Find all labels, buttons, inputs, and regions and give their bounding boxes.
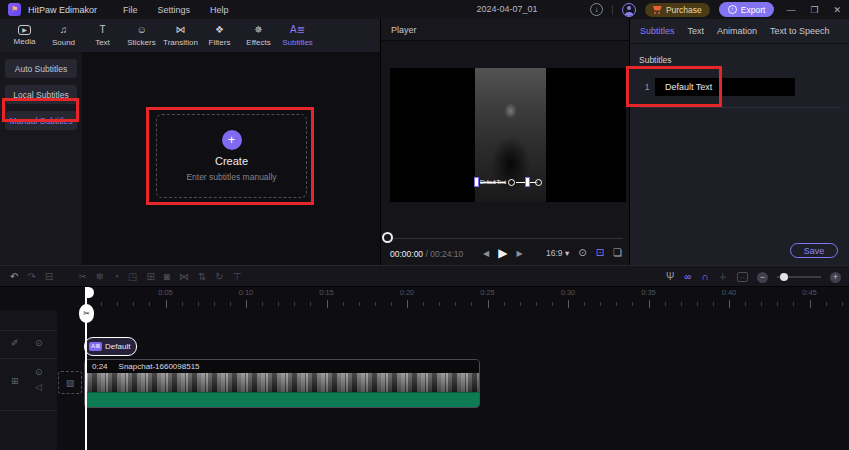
- ruler-tick: [842, 302, 843, 306]
- ribbon-tabs: ▶Media♫SoundTText☺Stickers⋈Transition❖Fi…: [0, 19, 380, 52]
- copy-icon[interactable]: ⊞: [146, 272, 154, 282]
- add-media-button[interactable]: ▧: [58, 371, 82, 394]
- rotate-handle[interactable]: [535, 179, 542, 186]
- video-track-icon: ⊞: [11, 377, 19, 386]
- flip-vertical-icon[interactable]: ⇅: [198, 272, 206, 282]
- resize-handle-right[interactable]: [525, 177, 530, 187]
- app-window: ⚑ HitPaw Edimakor FileSettingsHelp 2024-…: [0, 0, 849, 450]
- video-clip-audio-waveform: [85, 392, 479, 408]
- subtitle-overlay-text[interactable]: Default Text: [480, 179, 506, 185]
- export-button[interactable]: ↑ Export: [719, 2, 775, 17]
- sidebar-item-local-subtitles[interactable]: Local Subtitles: [5, 85, 77, 104]
- rotate-icon[interactable]: ↻: [215, 272, 223, 282]
- center-handle[interactable]: [508, 179, 515, 186]
- player-scrubber-track[interactable]: [391, 238, 623, 239]
- tab-subtitles[interactable]: Subtitles: [640, 26, 675, 36]
- save-button[interactable]: Save: [790, 243, 838, 258]
- freeze-icon[interactable]: ❄: [96, 272, 104, 282]
- video-clip-duration: 0:24: [92, 362, 108, 371]
- subtitle-text-input[interactable]: Default Text: [655, 78, 795, 96]
- zoom-slider-knob[interactable]: [780, 273, 788, 281]
- ribbon-tab-sound[interactable]: ♫Sound: [44, 19, 83, 52]
- close-button[interactable]: ✕: [830, 5, 844, 15]
- pin-icon[interactable]: ✐: [11, 339, 19, 348]
- subtitles-icon: A≣: [290, 24, 305, 36]
- redo-icon[interactable]: ↷: [27, 272, 35, 282]
- video-track-mute-icon[interactable]: ◁: [35, 383, 42, 392]
- account-button[interactable]: [622, 3, 636, 17]
- zoom-in-button[interactable]: +: [830, 272, 841, 283]
- ruler-label: 0:30: [561, 288, 576, 297]
- create-subtitles-button[interactable]: + Create Enter subtitles manually: [156, 114, 307, 198]
- ribbon-tab-filters[interactable]: ❖Filters: [200, 19, 239, 52]
- minimize-button[interactable]: —: [783, 5, 798, 15]
- split-icon[interactable]: ✂: [78, 272, 86, 282]
- play-button[interactable]: ▶: [498, 246, 507, 260]
- ruler-tick: [166, 300, 167, 308]
- delete-icon[interactable]: ⊟: [45, 272, 53, 282]
- subtitle-clip[interactable]: A≣ Default: [84, 337, 137, 356]
- ribbon-tab-label: Stickers: [127, 38, 155, 47]
- record-voiceover-icon[interactable]: Ψ: [666, 272, 674, 282]
- ruler-label: 0:40: [722, 288, 737, 297]
- snap-playhead-icon[interactable]: ∔: [719, 272, 727, 282]
- frame-crop-icon[interactable]: ⊡: [596, 248, 604, 258]
- menu-file[interactable]: File: [123, 5, 138, 15]
- zoom-out-button[interactable]: −: [757, 272, 768, 283]
- text-tool-icon[interactable]: ⊤: [233, 272, 242, 282]
- tab-animation[interactable]: Animation: [717, 26, 757, 36]
- ruler-tick: [230, 302, 231, 306]
- ribbon-tab-stickers[interactable]: ☺Stickers: [122, 19, 161, 52]
- mirror-icon[interactable]: ⋈: [179, 272, 189, 282]
- fullscreen-icon[interactable]: ❏: [613, 248, 622, 258]
- sidebar-item-manual-subtitles[interactable]: Manual Subtitles: [5, 111, 77, 130]
- ruler-label: 0:10: [239, 288, 254, 297]
- ribbon-tab-transition[interactable]: ⋈Transition: [161, 19, 200, 52]
- ruler-tick: [375, 302, 376, 306]
- magnet-snap-icon[interactable]: ∩: [701, 272, 708, 282]
- ruler-tick: [793, 302, 794, 306]
- video-preview[interactable]: Default Text: [390, 68, 626, 202]
- ribbon-tab-label: Subtitles: [282, 38, 313, 47]
- download-button[interactable]: ↓: [590, 3, 603, 16]
- resize-handle-left[interactable]: [474, 177, 479, 187]
- crop-icon[interactable]: ◳: [128, 272, 137, 282]
- undo-icon[interactable]: ↶: [10, 272, 18, 282]
- menu-settings[interactable]: Settings: [158, 5, 191, 15]
- aspect-ratio-dropdown[interactable]: 16:9 ▾: [546, 248, 569, 258]
- video-clip[interactable]: 0:24 Snapchat-1660098515: [84, 359, 480, 408]
- subtitles-section-label: Subtitles: [639, 55, 672, 65]
- ribbon-tab-subtitles[interactable]: A≣Subtitles: [278, 19, 317, 52]
- ruler-tick: [616, 302, 617, 306]
- snapshot-icon[interactable]: ⊙: [578, 248, 586, 258]
- timeline-ruler[interactable]: 0:050:100:150:200:250:300:350:400:45: [0, 287, 849, 310]
- next-frame-button[interactable]: ▶: [516, 249, 522, 258]
- tab-text-to-speech[interactable]: Text to Speech: [770, 26, 830, 36]
- subtitle-text-value: Default Text: [665, 82, 712, 92]
- menu-help[interactable]: Help: [210, 5, 229, 15]
- ribbon-tab-media[interactable]: ▶Media: [5, 19, 44, 52]
- previous-frame-button[interactable]: ◀: [483, 249, 489, 258]
- purchase-button[interactable]: Purchase: [645, 3, 710, 17]
- subtitle-selection-overlay[interactable]: Default Text: [474, 176, 544, 189]
- text-icon: T: [99, 24, 105, 36]
- maximize-button[interactable]: ❐: [807, 5, 821, 15]
- subtitle-track-visibility-icon[interactable]: ⊙: [35, 339, 43, 348]
- tab-text[interactable]: Text: [688, 26, 705, 36]
- link-clips-icon[interactable]: ∞: [684, 272, 691, 282]
- player-panel: Player Default Text 00:00:00 / 00:24:10 …: [380, 19, 630, 265]
- video-track-visibility-icon[interactable]: ⊙: [35, 368, 43, 377]
- ribbon-tab-effects[interactable]: ✵Effects: [239, 19, 278, 52]
- ruler-tick: [632, 302, 633, 306]
- divider: [0, 410, 57, 411]
- playhead-handle[interactable]: ✂: [79, 304, 94, 323]
- ruler-tick: [262, 302, 263, 306]
- timeline-zoom-slider[interactable]: [777, 276, 821, 278]
- sidebar-item-auto-subtitles[interactable]: Auto Subtitles: [5, 59, 77, 78]
- ribbon-tab-text[interactable]: TText: [83, 19, 122, 52]
- speed-icon[interactable]: ◔: [113, 272, 119, 282]
- auto-ripple-icon[interactable]: ↔: [737, 272, 748, 282]
- project-title: 2024-04-07_01: [432, 4, 582, 14]
- mask-icon[interactable]: ◙: [164, 272, 170, 282]
- player-scrubber-knob[interactable]: [382, 232, 393, 243]
